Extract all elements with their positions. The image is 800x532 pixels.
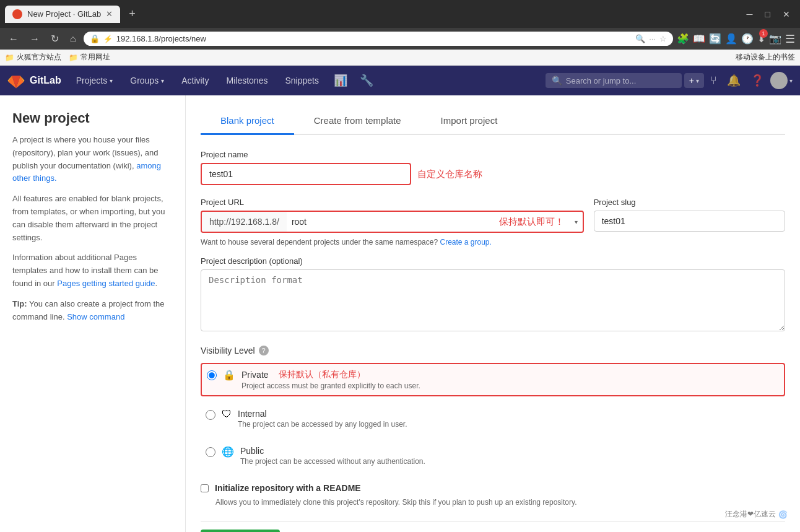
- visibility-private-desc: Project access must be granted explicitl…: [241, 382, 779, 390]
- bookmark-firefox[interactable]: 📁 火狐官方站点: [5, 52, 61, 63]
- gitlab-navbar: GitLab Projects ▾ Groups ▾ Activity Mile…: [0, 66, 800, 95]
- refresh-button[interactable]: ↻: [47, 32, 63, 46]
- address-bar[interactable]: 🔒 ⚡ 192.168.1.8/projects/new 🔍 ··· ☆: [84, 32, 673, 46]
- sidebar-show-command-link[interactable]: Show command: [67, 312, 124, 321]
- visibility-private-content: Private 保持默认（私有仓库） Project access must b…: [241, 369, 779, 390]
- visibility-help-icon[interactable]: ?: [259, 346, 269, 355]
- visibility-private-radio[interactable]: [207, 370, 217, 380]
- issues-icon[interactable]: 🔔: [723, 74, 744, 87]
- nav-activity-label: Activity: [181, 76, 209, 85]
- tab-title: New Project · GitLab: [27, 9, 101, 19]
- hint-text: Want to house several dependent projects…: [201, 238, 438, 246]
- forward-button[interactable]: →: [26, 32, 43, 46]
- help-icon[interactable]: ❓: [747, 74, 768, 87]
- bookmark-folder-icon: 📁: [69, 53, 78, 62]
- download-icon[interactable]: ⬇ 1: [757, 33, 765, 45]
- nav-chart-icon[interactable]: 📊: [329, 74, 352, 87]
- visibility-section: Visibility Level ? 🔒 Private 保持默认（私有仓库） …: [201, 346, 785, 471]
- create-project-button[interactable]: Create project: [201, 530, 280, 532]
- nav-activity[interactable]: Activity: [174, 71, 216, 90]
- visibility-public-name: Public: [240, 446, 780, 456]
- create-group-link[interactable]: Create a group.: [440, 238, 491, 246]
- visibility-internal-name: Internal: [238, 409, 780, 419]
- new-tab-button[interactable]: +: [123, 4, 142, 24]
- nav-milestones[interactable]: Milestones: [219, 71, 276, 90]
- nav-settings-icon[interactable]: 🔧: [355, 74, 378, 87]
- visibility-public-content: Public The project can be accessed witho…: [240, 446, 780, 466]
- menu-icon[interactable]: ☰: [785, 32, 795, 46]
- cancel-button[interactable]: Cancel: [746, 530, 785, 532]
- tab-import-project[interactable]: Import project: [421, 108, 518, 135]
- project-url-input-group: http://192.168.1.8/ root ▾ 保持默认即可！: [201, 211, 584, 233]
- user-avatar[interactable]: ▾: [770, 72, 793, 89]
- address-more-icon[interactable]: ···: [649, 34, 656, 43]
- project-url-section: Project URL http://192.168.1.8/ root ▾ 保…: [201, 198, 584, 233]
- gitlab-logo-text: GitLab: [30, 75, 61, 86]
- nav-search-bar[interactable]: 🔍: [546, 73, 682, 88]
- namespace-dropdown-arrow[interactable]: ▾: [575, 219, 578, 225]
- bookmark-star-icon[interactable]: ☆: [659, 34, 667, 43]
- nav-snippets[interactable]: Snippets: [277, 71, 326, 90]
- readme-checkbox[interactable]: [201, 484, 209, 492]
- window-close-button[interactable]: ✕: [778, 9, 795, 19]
- gitlab-logo-icon: [7, 72, 25, 89]
- tab-close-button[interactable]: ✕: [106, 9, 113, 19]
- window-maximize-button[interactable]: □: [760, 9, 775, 19]
- bookmark-common[interactable]: 📁 常用网址: [69, 52, 110, 63]
- history-icon[interactable]: 🕐: [741, 33, 754, 45]
- avatar-dropdown-arrow: ▾: [789, 77, 793, 84]
- sidebar-pages-link[interactable]: Pages getting started guide: [57, 279, 155, 288]
- visibility-public-radio[interactable]: [206, 447, 215, 457]
- gitlab-logo[interactable]: GitLab: [7, 72, 61, 89]
- plus-dropdown-arrow: ▾: [696, 77, 699, 84]
- visibility-label: Visibility Level: [201, 346, 255, 355]
- nav-groups[interactable]: Groups ▾: [123, 71, 172, 90]
- watermark-icon: 🌀: [778, 510, 788, 519]
- back-button[interactable]: ←: [5, 32, 22, 46]
- avatar-image: [770, 72, 788, 89]
- tab-create-from-template[interactable]: Create from template: [294, 108, 421, 135]
- home-button[interactable]: ⌂: [66, 32, 80, 46]
- tab-blank-project[interactable]: Blank project: [201, 108, 294, 135]
- project-name-label: Project name: [201, 150, 785, 159]
- visibility-internal-option: 🛡 Internal The project can be accessed b…: [201, 404, 785, 434]
- screenshot-icon[interactable]: 📷: [769, 33, 781, 45]
- visibility-internal-content: Internal The project can be accessed by …: [238, 409, 780, 429]
- project-slug-input[interactable]: [594, 211, 785, 232]
- main-content: Blank project Create from template Impor…: [186, 95, 800, 532]
- nav-snippets-label: Snippets: [285, 76, 318, 85]
- description-textarea[interactable]: [201, 269, 785, 331]
- readme-checkbox-row: Initialize repository with a README: [201, 483, 785, 493]
- project-url-annotation: 保持默认即可！: [499, 216, 564, 228]
- url-slug-row: Project URL http://192.168.1.8/ root ▾ 保…: [201, 198, 785, 233]
- security-icon: 🔒: [90, 34, 100, 43]
- mobile-bookmarks[interactable]: 移动设备上的书签: [736, 52, 795, 63]
- nav-create-button[interactable]: + ▾: [684, 73, 704, 88]
- visibility-private-name: Private: [241, 370, 269, 380]
- profile-icon[interactable]: 👤: [725, 33, 737, 45]
- namespace-value: root: [292, 217, 307, 227]
- address-search-icon: 🔍: [635, 34, 645, 43]
- sidebar-description1: A project is where you house your files …: [12, 134, 173, 185]
- window-minimize-button[interactable]: ─: [742, 9, 758, 19]
- visibility-internal-radio[interactable]: [206, 410, 215, 420]
- sidebar: New project A project is where you house…: [0, 95, 186, 532]
- project-tabs: Blank project Create from template Impor…: [201, 108, 785, 135]
- search-input[interactable]: [566, 76, 676, 85]
- nav-projects[interactable]: Projects ▾: [69, 71, 121, 90]
- visibility-public-desc: The project can be accessed without any …: [240, 457, 780, 466]
- sidebar-tip: Tip: You can also create a project from …: [12, 298, 173, 324]
- form-buttons: Create project ⟵ Cancel: [201, 521, 785, 532]
- project-name-section: Project name 自定义仓库名称: [201, 150, 785, 185]
- extensions-icon[interactable]: 🧩: [677, 33, 689, 45]
- browser-tab[interactable]: New Project · GitLab ✕: [5, 6, 120, 23]
- sidebar-title: New project: [12, 110, 173, 126]
- project-name-input[interactable]: [201, 163, 411, 185]
- reading-mode-icon[interactable]: 📖: [693, 33, 705, 45]
- sync-icon[interactable]: 🔄: [709, 33, 721, 45]
- tab-template-label: Create from template: [314, 115, 401, 126]
- project-url-label: Project URL: [201, 198, 584, 207]
- fork-icon[interactable]: ⑂: [707, 74, 721, 87]
- readme-section: Initialize repository with a README Allo…: [201, 483, 785, 507]
- project-slug-label: Project slug: [594, 198, 785, 207]
